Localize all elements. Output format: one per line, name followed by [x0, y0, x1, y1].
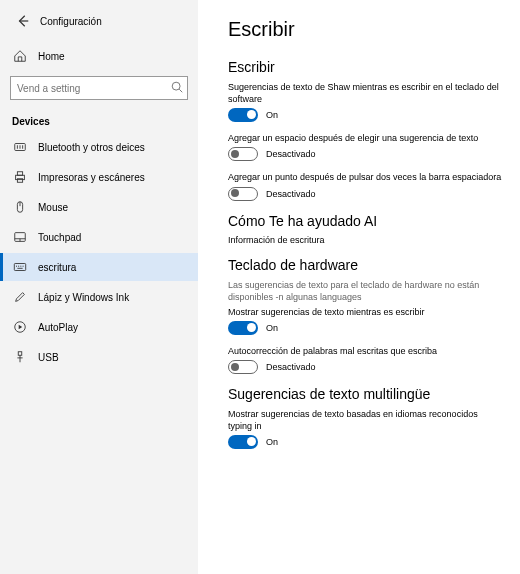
svg-rect-15: [14, 264, 25, 271]
toggle-text-suggestions[interactable]: [228, 108, 258, 122]
sidebar-item-touchpad[interactable]: Touchpad: [0, 223, 198, 251]
svg-point-1: [172, 82, 180, 90]
toggle-autocorrect[interactable]: [228, 360, 258, 374]
sidebar-item-label: USB: [38, 352, 59, 363]
sidebar-item-label: AutoPlay: [38, 322, 78, 333]
search-icon: [170, 80, 184, 94]
window-header: Configuración: [0, 8, 198, 42]
pen-icon: [12, 289, 28, 305]
header-title: Configuración: [40, 16, 102, 27]
toggle-hw-suggestions[interactable]: [228, 321, 258, 335]
sidebar-home-label: Home: [38, 51, 65, 62]
toggle-space-after[interactable]: [228, 147, 258, 161]
search-input[interactable]: [10, 76, 188, 100]
svg-point-17: [18, 266, 19, 267]
toggle-state: Desactivado: [266, 362, 316, 372]
section-heading-ai: Cómo Te ha ayudado AI: [228, 213, 502, 229]
autoplay-icon: [12, 319, 28, 335]
svg-point-18: [20, 266, 21, 267]
setting-period-double-space: Agregar un punto después de pulsar dos v…: [228, 171, 502, 200]
back-button[interactable]: [12, 10, 34, 32]
setting-autocorrect: Autocorrección de palabras mal escritas …: [228, 345, 502, 374]
toggle-state: On: [266, 437, 278, 447]
toggle-multi-suggestions[interactable]: [228, 435, 258, 449]
setting-hw-suggestions: Mostrar sugerencias de texto mientras es…: [228, 306, 502, 335]
setting-label: Agregar un espacio después de elegir una…: [228, 132, 502, 144]
setting-space-after: Agregar un espacio después de elegir una…: [228, 132, 502, 161]
main-content: Escribir Escribir Sugerencias de texto d…: [198, 0, 520, 574]
svg-point-16: [16, 266, 17, 267]
section-heading-multilingual: Sugerencias de texto multilingüe: [228, 386, 502, 402]
sidebar-item-label: Impresoras y escáneres: [38, 172, 145, 183]
home-icon: [12, 48, 28, 64]
keyboard-icon: [12, 259, 28, 275]
svg-point-19: [23, 266, 24, 267]
setting-label: Sugerencias de texto de Shaw mientras es…: [228, 81, 502, 105]
svg-rect-8: [17, 172, 22, 176]
sidebar-item-label: Bluetooth y otros deices: [38, 142, 145, 153]
printer-icon: [12, 169, 28, 185]
section-heading-escribir: Escribir: [228, 59, 502, 75]
svg-rect-22: [18, 352, 22, 356]
setting-label: Agregar un punto después de pulsar dos v…: [228, 171, 502, 183]
sidebar-group-heading: Devices: [0, 106, 198, 133]
mouse-icon: [12, 199, 28, 215]
toggle-state: Desactivado: [266, 189, 316, 199]
sidebar-item-printers[interactable]: Impresoras y escáneres: [0, 163, 198, 191]
sidebar-item-label: Mouse: [38, 202, 68, 213]
toggle-state: On: [266, 110, 278, 120]
bluetooth-icon: [12, 139, 28, 155]
sidebar-item-label: Touchpad: [38, 232, 81, 243]
setting-label: Autocorrección de palabras mal escritas …: [228, 345, 502, 357]
sidebar-item-usb[interactable]: USB: [0, 343, 198, 371]
setting-text-suggestions: Sugerencias de texto de Shaw mientras es…: [228, 81, 502, 122]
sidebar-item-bluetooth[interactable]: Bluetooth y otros deices: [0, 133, 198, 161]
sidebar-item-pen[interactable]: Lápiz y Windows Ink: [0, 283, 198, 311]
sidebar-home[interactable]: Home: [0, 42, 198, 70]
setting-multi-suggestions: Mostrar sugerencias de texto basadas en …: [228, 408, 502, 449]
sidebar: Configuración Home Devices Bluetooth y o…: [0, 0, 198, 574]
setting-label: Mostrar sugerencias de texto basadas en …: [228, 408, 502, 432]
svg-line-2: [179, 89, 182, 92]
touchpad-icon: [12, 229, 28, 245]
usb-icon: [12, 349, 28, 365]
setting-label: Mostrar sugerencias de texto mientras es…: [228, 306, 502, 318]
sidebar-item-autoplay[interactable]: AutoPlay: [0, 313, 198, 341]
typing-info-link[interactable]: Información de escritura: [228, 235, 502, 245]
sidebar-item-mouse[interactable]: Mouse: [0, 193, 198, 221]
toggle-state: On: [266, 323, 278, 333]
sidebar-item-label: escritura: [38, 262, 76, 273]
hardware-note: Las sugerencias de texto para el teclado…: [228, 279, 502, 303]
page-title: Escribir: [228, 18, 502, 41]
sidebar-item-typing[interactable]: escritura: [0, 253, 198, 281]
sidebar-item-label: Lápiz y Windows Ink: [38, 292, 129, 303]
section-heading-hardware: Teclado de hardware: [228, 257, 502, 273]
toggle-state: Desactivado: [266, 149, 316, 159]
search-box: [10, 76, 188, 100]
arrow-left-icon: [16, 14, 30, 28]
toggle-period-double-space[interactable]: [228, 187, 258, 201]
sidebar-nav: Bluetooth y otros deices Impresoras y es…: [0, 133, 198, 371]
